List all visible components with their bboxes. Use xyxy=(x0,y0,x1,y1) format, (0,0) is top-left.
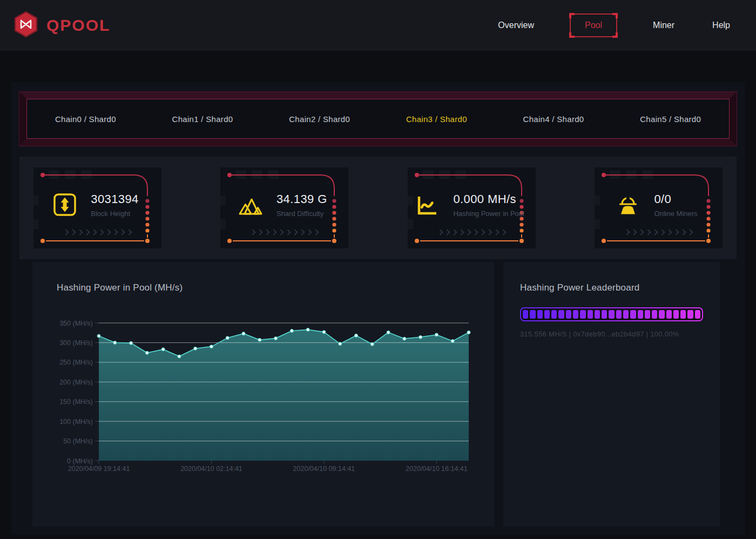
svg-text:0 (MH/s): 0 (MH/s) xyxy=(67,457,93,465)
chevron-icon xyxy=(119,229,125,235)
active-frame-corner xyxy=(569,32,575,38)
chevron-icon xyxy=(465,229,471,235)
stat-value: 3031394 xyxy=(91,192,138,206)
chevron-icon xyxy=(659,229,665,235)
panels-row: Hashing Power in Pool (MH/s) 0 (MH/s)50 … xyxy=(32,262,737,527)
chain-tab-chain4-shard0[interactable]: Chain4 / Shard0 xyxy=(495,99,612,138)
leaderboard-segment xyxy=(530,310,535,319)
leaderboard-segments xyxy=(521,308,702,320)
stat-value: 0.000 MH/s xyxy=(453,192,524,206)
chain-selector-frame: Chain0 / Shard0Chain1 / Shard0Chain2 / S… xyxy=(19,92,737,146)
chain-tab-chain5-shard0[interactable]: Chain5 / Shard0 xyxy=(612,99,729,138)
svg-text:150 (MH/s): 150 (MH/s) xyxy=(59,398,93,406)
stat-value: 0/0 xyxy=(654,192,697,206)
chart-y-axis-labels: 0 (MH/s)50 (MH/s)100 (MH/s)150 (MH/s)200… xyxy=(59,320,93,465)
nav-item-help[interactable]: Help xyxy=(710,14,732,37)
leaderboard-entry: 315.556 MH/S | 0x7deb90...eb2b4d97 | 100… xyxy=(520,330,703,338)
block-height-icon xyxy=(52,192,78,218)
nav-item-label: Miner xyxy=(653,21,674,30)
chain-tab-chain0-shard0[interactable]: Chain0 / Shard0 xyxy=(27,99,144,138)
chevrons-decoration xyxy=(595,230,723,234)
chevrons-decoration xyxy=(408,230,536,234)
chevron-icon xyxy=(299,229,305,235)
active-frame-corner xyxy=(569,13,575,18)
leaderboard-segment xyxy=(695,310,700,319)
leaderboard-segment xyxy=(588,310,593,319)
svg-text:2020/04/10 02:14:41: 2020/04/10 02:14:41 xyxy=(180,465,242,473)
hashing-power-chart[interactable]: 0 (MH/s)50 (MH/s)100 (MH/s)150 (MH/s)200… xyxy=(32,262,494,527)
main-content: Chain0 / Shard0Chain1 / Shard0Chain2 / S… xyxy=(11,82,745,535)
chevron-icon xyxy=(638,229,644,235)
hashing-power-chart-panel: Hashing Power in Pool (MH/s) 0 (MH/s)50 … xyxy=(32,262,494,527)
chevron-icon xyxy=(285,229,291,235)
stat-card-hashing-power-in-pool: 0.000 MH/s Hashing Power in Pool xyxy=(408,167,536,248)
chevron-icon xyxy=(666,229,672,235)
leaderboard-title: Hashing Power Leaderboard xyxy=(520,282,703,293)
chevron-icon xyxy=(451,229,457,235)
stat-card-block-height: 3031394 Block Height xyxy=(33,167,161,248)
leaderboard-segment xyxy=(616,310,622,319)
online-miners-icon xyxy=(615,192,641,218)
chain-tab-bar: Chain0 / Shard0Chain1 / Shard0Chain2 / S… xyxy=(26,99,730,139)
chevron-icon xyxy=(77,229,83,235)
leaderboard-segment xyxy=(551,310,557,319)
leaderboard-segment xyxy=(666,310,672,319)
chain-tab-chain3-shard0[interactable]: Chain3 / Shard0 xyxy=(378,99,495,138)
shard-difficulty-icon xyxy=(238,192,264,218)
chain-tab-chain2-shard0[interactable]: Chain2 / Shard0 xyxy=(261,99,378,138)
chevron-icon xyxy=(271,229,277,235)
chevron-icon xyxy=(313,229,319,235)
svg-text:300 (MH/s): 300 (MH/s) xyxy=(59,339,93,347)
leaderboard-segment xyxy=(537,310,543,319)
nav-item-miner[interactable]: Miner xyxy=(651,14,677,37)
chevron-icon xyxy=(437,229,443,235)
chevron-icon xyxy=(493,229,499,235)
chevron-icon xyxy=(70,229,76,235)
leaderboard-segment xyxy=(544,310,550,319)
active-frame-corner xyxy=(612,32,618,38)
leaderboard-segment xyxy=(558,310,564,319)
leaderboard-segment xyxy=(638,310,643,319)
leaderboard-segment xyxy=(680,310,686,319)
svg-text:250 (MH/s): 250 (MH/s) xyxy=(59,359,93,366)
svg-text:350 (MH/s): 350 (MH/s) xyxy=(59,320,93,327)
nav-item-label: Help xyxy=(712,21,730,30)
chevron-icon xyxy=(486,229,492,235)
leaderboard-segment xyxy=(623,310,629,319)
chain-tab-chain1-shard0[interactable]: Chain1 / Shard0 xyxy=(144,99,261,138)
svg-text:100 (MH/s): 100 (MH/s) xyxy=(59,418,93,426)
leaderboard-segment xyxy=(566,310,571,319)
leaderboard-segment xyxy=(652,310,657,319)
chevron-icon xyxy=(444,229,450,235)
brand-name: QPOOL xyxy=(46,16,110,35)
chevron-icon xyxy=(624,229,630,235)
main-nav: OverviewPoolMinerHelp xyxy=(496,14,732,37)
chevron-icon xyxy=(250,229,256,235)
chevron-icon xyxy=(98,229,104,235)
stat-label: Online Miners xyxy=(654,210,697,218)
chevrons-decoration xyxy=(33,230,161,234)
stat-card-online-miners: 0/0 Online Miners xyxy=(595,167,723,248)
leaderboard-segment xyxy=(630,310,636,319)
leaderboard-segment xyxy=(645,310,650,319)
chevrons-decoration xyxy=(220,230,348,234)
chevron-icon xyxy=(680,229,686,235)
stat-label: Hashing Power in Pool xyxy=(453,210,524,218)
chevron-icon xyxy=(500,229,506,235)
stat-value: 34.139 G xyxy=(276,192,327,206)
leaderboard-segment xyxy=(573,310,578,319)
leaderboard-segment xyxy=(602,310,607,319)
svg-text:200 (MH/s): 200 (MH/s) xyxy=(59,379,93,386)
leaderboard-segment xyxy=(687,310,693,319)
nav-item-overview[interactable]: Overview xyxy=(496,14,536,37)
chevron-icon xyxy=(278,229,284,235)
chevron-icon xyxy=(458,229,464,235)
nav-item-pool[interactable]: Pool xyxy=(570,14,617,37)
leaderboard-segment xyxy=(580,310,585,319)
svg-text:2020/04/09 19:14:41: 2020/04/09 19:14:41 xyxy=(68,465,130,473)
leaderboard-segment xyxy=(523,310,528,319)
leaderboard-progress-bar xyxy=(520,307,703,321)
chevron-icon xyxy=(257,229,263,235)
leaderboard-panel: Hashing Power Leaderboard 315.556 MH/S |… xyxy=(503,262,720,527)
nav-item-label: Pool xyxy=(585,21,602,30)
